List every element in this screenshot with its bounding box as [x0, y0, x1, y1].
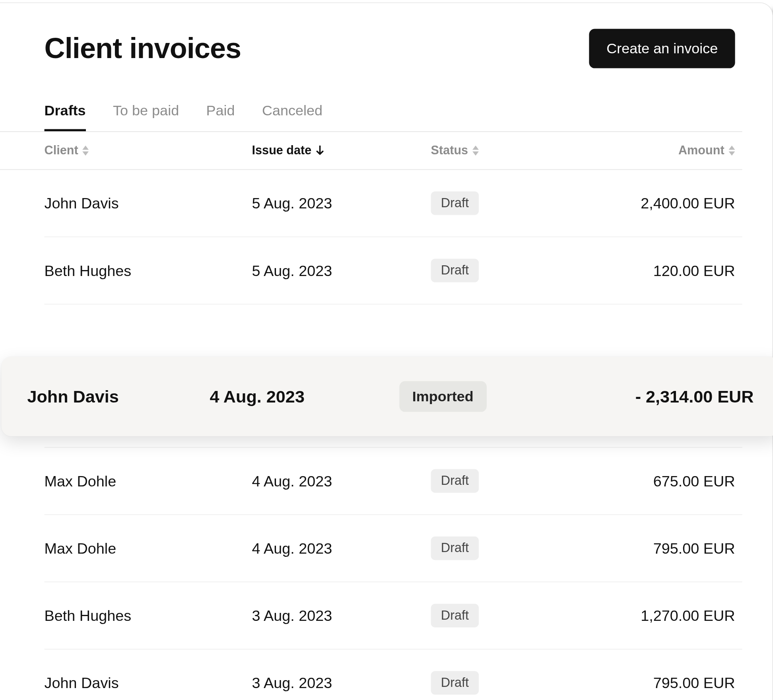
col-amount[interactable]: Amount — [596, 144, 735, 158]
cell-date: 5 Aug. 2023 — [252, 262, 431, 279]
cell-date: 5 Aug. 2023 — [252, 194, 431, 212]
cell-date: 4 Aug. 2023 — [210, 387, 399, 406]
cell-status: Draft — [431, 259, 596, 282]
cell-status: Draft — [431, 469, 596, 493]
tab-paid[interactable]: Paid — [206, 103, 235, 131]
page-title: Client invoices — [45, 33, 241, 65]
highlighted-invoice-row[interactable]: John Davis 4 Aug. 2023 Imported - 2,314.… — [2, 357, 773, 436]
cell-amount: 120.00 EUR — [596, 262, 735, 279]
col-issue-date[interactable]: Issue date — [252, 144, 431, 158]
page-container: Client invoices Create an invoice Drafts… — [0, 2, 773, 700]
col-client[interactable]: Client — [45, 144, 252, 158]
sort-icon — [82, 146, 89, 156]
cell-amount: 795.00 EUR — [596, 674, 735, 691]
cell-amount: 2,400.00 EUR — [596, 194, 735, 212]
table-row[interactable]: Beth Hughes 5 Aug. 2023 Draft 120.00 EUR — [45, 237, 742, 304]
status-badge: Draft — [431, 537, 479, 560]
table-row[interactable]: John Davis 5 Aug. 2023 Draft 2,400.00 EU… — [45, 170, 742, 237]
cell-client: John Davis — [45, 194, 252, 212]
tabs: Drafts To be paid Paid Canceled — [0, 103, 742, 131]
cell-client: John Davis — [45, 674, 252, 691]
table-row[interactable]: Max Dohle 4 Aug. 2023 Draft 675.00 EUR — [45, 448, 742, 515]
status-badge: Draft — [431, 671, 479, 694]
cell-date: 3 Aug. 2023 — [252, 674, 431, 691]
status-badge: Draft — [431, 259, 479, 282]
cell-amount: 1,270.00 EUR — [596, 607, 735, 624]
cell-date: 4 Aug. 2023 — [252, 540, 431, 557]
col-client-label: Client — [45, 144, 78, 158]
col-issue-date-label: Issue date — [252, 144, 312, 158]
cell-client: Beth Hughes — [45, 607, 252, 624]
tab-to-be-paid[interactable]: To be paid — [113, 103, 179, 131]
table-header: Client Issue date Status — [0, 132, 742, 170]
status-badge: Imported — [399, 381, 486, 412]
cell-status: Draft — [431, 537, 596, 560]
cell-status: Draft — [431, 671, 596, 694]
arrow-down-icon — [316, 146, 324, 156]
cell-status: Imported — [399, 381, 571, 412]
cell-amount: 795.00 EUR — [596, 540, 735, 557]
cell-client: Beth Hughes — [45, 262, 252, 279]
cell-date: 4 Aug. 2023 — [252, 472, 431, 490]
cell-status: Draft — [431, 191, 596, 215]
col-amount-label: Amount — [678, 144, 724, 158]
cell-client: Max Dohle — [45, 540, 252, 557]
table-row[interactable]: John Davis 3 Aug. 2023 Draft 795.00 EUR — [45, 649, 742, 700]
cell-amount: 675.00 EUR — [596, 472, 735, 490]
tab-drafts[interactable]: Drafts — [45, 103, 86, 131]
status-badge: Draft — [431, 191, 479, 215]
tab-canceled[interactable]: Canceled — [262, 103, 322, 131]
sort-icon — [472, 146, 479, 156]
sort-icon — [728, 146, 735, 156]
page-header: Client invoices Create an invoice — [0, 29, 742, 68]
table-row[interactable]: Max Dohle 4 Aug. 2023 Draft 795.00 EUR — [45, 515, 742, 582]
status-badge: Draft — [431, 604, 479, 627]
col-status-label: Status — [431, 144, 468, 158]
cell-client: Max Dohle — [45, 472, 252, 490]
col-status[interactable]: Status — [431, 144, 596, 158]
table-row[interactable]: Beth Hughes 3 Aug. 2023 Draft 1,270.00 E… — [45, 582, 742, 649]
cell-date: 3 Aug. 2023 — [252, 607, 431, 624]
cell-status: Draft — [431, 604, 596, 627]
status-badge: Draft — [431, 469, 479, 493]
cell-amount: - 2,314.00 EUR — [571, 387, 754, 406]
create-invoice-button[interactable]: Create an invoice — [589, 29, 735, 68]
cell-client: John Davis — [27, 387, 210, 406]
